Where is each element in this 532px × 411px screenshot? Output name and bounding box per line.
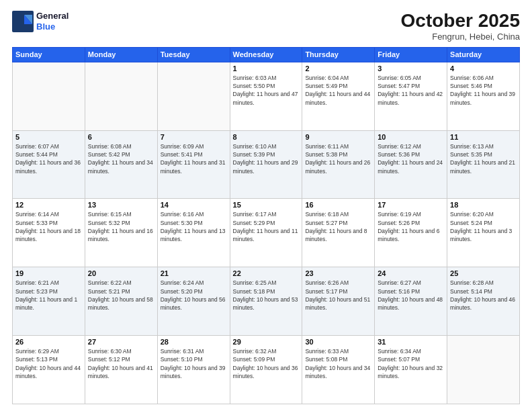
- col-header-wednesday: Wednesday: [230, 47, 302, 62]
- day-info: Sunrise: 6:03 AMSunset: 5:50 PMDaylight:…: [233, 74, 300, 107]
- table-row: 19Sunrise: 6:21 AMSunset: 5:23 PMDayligh…: [13, 267, 85, 336]
- day-info: Sunrise: 6:20 AMSunset: 5:24 PMDaylight:…: [450, 210, 517, 243]
- day-number: 26: [15, 338, 82, 346]
- day-number: 13: [88, 201, 154, 209]
- day-info: Sunrise: 6:27 AMSunset: 5:16 PMDaylight:…: [378, 279, 444, 312]
- table-row: 16Sunrise: 6:18 AMSunset: 5:27 PMDayligh…: [302, 199, 375, 267]
- day-number: 14: [161, 201, 227, 209]
- table-row: 17Sunrise: 6:19 AMSunset: 5:26 PMDayligh…: [375, 199, 447, 267]
- table-row: 25Sunrise: 6:28 AMSunset: 5:14 PMDayligh…: [447, 267, 520, 336]
- calendar-week-row: 5Sunrise: 6:07 AMSunset: 5:44 PMDaylight…: [13, 130, 520, 199]
- day-number: 18: [450, 201, 517, 209]
- table-row: 28Sunrise: 6:31 AMSunset: 5:10 PMDayligh…: [157, 336, 230, 404]
- table-row: 5Sunrise: 6:07 AMSunset: 5:44 PMDaylight…: [13, 130, 85, 199]
- col-header-tuesday: Tuesday: [157, 47, 230, 62]
- day-number: 7: [161, 133, 227, 141]
- table-row: 31Sunrise: 6:34 AMSunset: 5:07 PMDayligh…: [375, 336, 447, 404]
- day-number: 21: [161, 269, 227, 277]
- table-row: 14Sunrise: 6:16 AMSunset: 5:30 PMDayligh…: [157, 199, 230, 267]
- table-row: 7Sunrise: 6:09 AMSunset: 5:41 PMDaylight…: [157, 130, 230, 199]
- day-info: Sunrise: 6:25 AMSunset: 5:18 PMDaylight:…: [233, 279, 300, 312]
- table-row: 10Sunrise: 6:12 AMSunset: 5:36 PMDayligh…: [375, 130, 447, 199]
- day-info: Sunrise: 6:10 AMSunset: 5:39 PMDaylight:…: [233, 142, 300, 175]
- day-info: Sunrise: 6:07 AMSunset: 5:44 PMDaylight:…: [15, 142, 82, 175]
- day-info: Sunrise: 6:32 AMSunset: 5:09 PMDaylight:…: [233, 347, 300, 380]
- logo: General Blue: [12, 11, 69, 32]
- day-number: 4: [450, 64, 517, 73]
- table-row: 2Sunrise: 6:04 AMSunset: 5:49 PMDaylight…: [302, 62, 375, 130]
- day-info: Sunrise: 6:19 AMSunset: 5:26 PMDaylight:…: [378, 210, 444, 243]
- table-row: 11Sunrise: 6:13 AMSunset: 5:35 PMDayligh…: [447, 130, 520, 199]
- table-row: 9Sunrise: 6:11 AMSunset: 5:38 PMDaylight…: [302, 130, 375, 199]
- day-number: 9: [305, 133, 371, 141]
- table-row: 21Sunrise: 6:24 AMSunset: 5:20 PMDayligh…: [157, 267, 230, 336]
- day-info: Sunrise: 6:04 AMSunset: 5:49 PMDaylight:…: [305, 74, 371, 107]
- location-subtitle: Fengrun, Hebei, China: [401, 32, 520, 42]
- day-number: 2: [305, 64, 371, 73]
- day-info: Sunrise: 6:22 AMSunset: 5:21 PMDaylight:…: [88, 279, 154, 312]
- day-info: Sunrise: 6:15 AMSunset: 5:32 PMDaylight:…: [88, 210, 154, 243]
- calendar-week-row: 19Sunrise: 6:21 AMSunset: 5:23 PMDayligh…: [13, 267, 520, 336]
- day-number: 22: [233, 269, 300, 277]
- logo-icon: [12, 11, 34, 32]
- table-row: 8Sunrise: 6:10 AMSunset: 5:39 PMDaylight…: [230, 130, 302, 199]
- calendar-week-row: 1Sunrise: 6:03 AMSunset: 5:50 PMDaylight…: [13, 62, 520, 130]
- calendar-page: General Blue October 2025 Fengrun, Hebei…: [0, 0, 532, 411]
- calendar-table: SundayMondayTuesdayWednesdayThursdayFrid…: [12, 47, 520, 404]
- day-number: 28: [161, 338, 227, 346]
- table-row: 22Sunrise: 6:25 AMSunset: 5:18 PMDayligh…: [230, 267, 302, 336]
- day-number: 29: [233, 338, 300, 346]
- day-number: 16: [305, 201, 371, 209]
- table-row: 18Sunrise: 6:20 AMSunset: 5:24 PMDayligh…: [447, 199, 520, 267]
- day-number: 10: [378, 133, 444, 141]
- table-row: 23Sunrise: 6:26 AMSunset: 5:17 PMDayligh…: [302, 267, 375, 336]
- day-number: 20: [88, 269, 154, 277]
- table-row: 4Sunrise: 6:06 AMSunset: 5:46 PMDaylight…: [447, 62, 520, 130]
- day-number: 31: [378, 338, 444, 346]
- day-info: Sunrise: 6:11 AMSunset: 5:38 PMDaylight:…: [305, 142, 371, 175]
- day-number: 3: [378, 64, 444, 73]
- table-row: 3Sunrise: 6:05 AMSunset: 5:47 PMDaylight…: [375, 62, 447, 130]
- day-number: 12: [15, 201, 82, 209]
- day-number: 25: [450, 269, 517, 277]
- day-info: Sunrise: 6:17 AMSunset: 5:29 PMDaylight:…: [233, 210, 300, 243]
- day-number: 11: [450, 133, 517, 141]
- day-info: Sunrise: 6:21 AMSunset: 5:23 PMDaylight:…: [15, 279, 82, 312]
- calendar-header-row: SundayMondayTuesdayWednesdayThursdayFrid…: [13, 47, 520, 62]
- day-info: Sunrise: 6:24 AMSunset: 5:20 PMDaylight:…: [161, 279, 227, 312]
- table-row: 26Sunrise: 6:29 AMSunset: 5:13 PMDayligh…: [13, 336, 85, 404]
- day-number: 6: [88, 133, 154, 141]
- title-block: October 2025 Fengrun, Hebei, China: [401, 11, 520, 42]
- day-info: Sunrise: 6:28 AMSunset: 5:14 PMDaylight:…: [450, 279, 517, 312]
- day-info: Sunrise: 6:06 AMSunset: 5:46 PMDaylight:…: [450, 74, 517, 107]
- table-row: 15Sunrise: 6:17 AMSunset: 5:29 PMDayligh…: [230, 199, 302, 267]
- day-info: Sunrise: 6:30 AMSunset: 5:12 PMDaylight:…: [88, 347, 154, 380]
- table-row: [447, 336, 520, 404]
- col-header-thursday: Thursday: [302, 47, 375, 62]
- day-number: 19: [15, 269, 82, 277]
- day-info: Sunrise: 6:33 AMSunset: 5:08 PMDaylight:…: [305, 347, 371, 380]
- day-info: Sunrise: 6:34 AMSunset: 5:07 PMDaylight:…: [378, 347, 444, 380]
- day-info: Sunrise: 6:09 AMSunset: 5:41 PMDaylight:…: [161, 142, 227, 175]
- day-number: 27: [88, 338, 154, 346]
- day-number: 1: [233, 64, 300, 73]
- table-row: [85, 62, 157, 130]
- table-row: 13Sunrise: 6:15 AMSunset: 5:32 PMDayligh…: [85, 199, 157, 267]
- table-row: 6Sunrise: 6:08 AMSunset: 5:42 PMDaylight…: [85, 130, 157, 199]
- table-row: [157, 62, 230, 130]
- col-header-saturday: Saturday: [447, 47, 520, 62]
- table-row: 29Sunrise: 6:32 AMSunset: 5:09 PMDayligh…: [230, 336, 302, 404]
- day-info: Sunrise: 6:13 AMSunset: 5:35 PMDaylight:…: [450, 142, 517, 175]
- day-number: 5: [15, 133, 82, 141]
- day-info: Sunrise: 6:26 AMSunset: 5:17 PMDaylight:…: [305, 279, 371, 312]
- day-info: Sunrise: 6:31 AMSunset: 5:10 PMDaylight:…: [161, 347, 227, 380]
- day-info: Sunrise: 6:05 AMSunset: 5:47 PMDaylight:…: [378, 74, 444, 107]
- day-info: Sunrise: 6:16 AMSunset: 5:30 PMDaylight:…: [161, 210, 227, 243]
- day-number: 17: [378, 201, 444, 209]
- table-row: 20Sunrise: 6:22 AMSunset: 5:21 PMDayligh…: [85, 267, 157, 336]
- day-number: 30: [305, 338, 371, 346]
- logo-general: General: [36, 11, 69, 21]
- table-row: [13, 62, 85, 130]
- day-number: 24: [378, 269, 444, 277]
- day-info: Sunrise: 6:18 AMSunset: 5:27 PMDaylight:…: [305, 210, 371, 243]
